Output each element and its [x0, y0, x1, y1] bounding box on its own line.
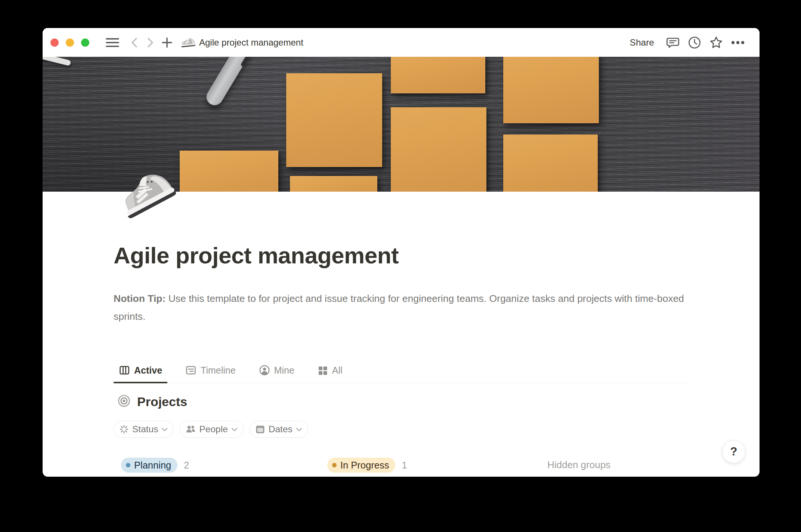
filter-label: Dates	[269, 424, 293, 434]
status-badge[interactable]: In Progress	[327, 458, 395, 473]
titlebar-page-title: Agile project management	[199, 37, 303, 48]
sticky-note	[503, 57, 599, 123]
zoom-window-button[interactable]	[81, 38, 89, 47]
forward-button[interactable]	[142, 34, 159, 51]
titlebar: Agile project management Share	[43, 28, 760, 57]
minimize-window-button[interactable]	[66, 38, 74, 47]
pen-fragment	[43, 57, 71, 66]
page-icon[interactable]	[118, 166, 174, 222]
grid-icon	[318, 365, 328, 376]
group-count: 1	[402, 460, 407, 471]
view-tabs: Active Timeline Mine	[114, 357, 689, 383]
marker-pen	[203, 57, 260, 108]
star-icon	[709, 35, 723, 50]
board-view-icon	[119, 365, 130, 376]
status-badge[interactable]: Planning	[121, 458, 177, 473]
sticky-note	[290, 176, 377, 192]
group-label: Planning	[134, 460, 171, 471]
tab-label: Active	[134, 365, 162, 376]
tab-mine[interactable]: Mine	[254, 365, 300, 383]
chevron-down-icon	[231, 427, 238, 432]
more-button[interactable]	[730, 34, 746, 51]
calendar-icon	[255, 424, 265, 434]
notion-tip[interactable]: Notion Tip: Use this template to for pro…	[114, 290, 684, 325]
back-button[interactable]	[126, 34, 142, 51]
ellipsis-icon	[731, 41, 745, 44]
timeline-view-icon	[185, 365, 197, 376]
status-spinner-icon	[119, 424, 129, 434]
sticky-note	[391, 107, 486, 192]
hidden-groups-button[interactable]: Hidden groups	[547, 459, 610, 471]
close-window-button[interactable]	[50, 38, 59, 47]
sticky-note	[391, 57, 485, 93]
clock-icon	[688, 36, 701, 49]
filter-bar: Status People	[114, 421, 308, 438]
filter-label: Status	[132, 424, 158, 434]
comments-button[interactable]	[665, 34, 681, 51]
forward-icon	[146, 37, 155, 48]
board-group-planning[interactable]: Planning 2	[121, 458, 189, 473]
people-icon	[185, 424, 196, 434]
pen-clip	[240, 57, 252, 67]
comment-icon	[666, 36, 680, 49]
back-icon	[130, 37, 139, 48]
tab-label: All	[332, 365, 343, 376]
chevron-down-icon	[296, 427, 302, 432]
filter-label: People	[199, 424, 228, 434]
target-icon	[117, 394, 131, 409]
status-dot	[332, 463, 337, 467]
tab-label: Timeline	[201, 365, 236, 376]
sticky-note	[503, 134, 598, 192]
section-title[interactable]: Projects	[137, 395, 187, 409]
projects-section-header: Projects	[117, 394, 187, 409]
person-icon	[259, 365, 270, 376]
sidebar-toggle-button[interactable]	[104, 34, 121, 51]
tab-timeline[interactable]: Timeline	[180, 365, 241, 383]
page-icon-small	[180, 34, 196, 51]
traffic-lights	[50, 38, 89, 47]
status-dot	[126, 463, 130, 467]
page-title[interactable]: Agile project management	[114, 241, 399, 270]
group-label: In Progress	[340, 460, 389, 471]
sticky-note	[286, 73, 382, 167]
plus-icon	[161, 37, 173, 48]
favorite-button[interactable]	[708, 34, 724, 51]
filter-dates[interactable]: Dates	[250, 421, 308, 438]
tab-label: Mine	[274, 365, 294, 376]
new-tab-button[interactable]	[159, 34, 175, 51]
board-group-in-progress[interactable]: In Progress 1	[327, 458, 407, 473]
help-button[interactable]: ?	[722, 440, 745, 463]
filter-status[interactable]: Status	[114, 421, 174, 438]
tab-active[interactable]: Active	[114, 365, 167, 383]
sticky-note	[180, 151, 278, 192]
tab-all[interactable]: All	[312, 365, 348, 383]
group-count: 2	[184, 460, 189, 471]
filter-people[interactable]: People	[180, 421, 243, 438]
notion-window: Agile project management Share	[43, 28, 760, 477]
hamburger-icon	[106, 38, 119, 47]
notion-tip-label: Notion Tip:	[114, 293, 166, 304]
notion-tip-text: Use this template to for project and iss…	[114, 293, 684, 322]
chevron-down-icon	[161, 427, 168, 432]
history-button[interactable]	[686, 34, 703, 51]
share-button[interactable]: Share	[625, 37, 659, 48]
